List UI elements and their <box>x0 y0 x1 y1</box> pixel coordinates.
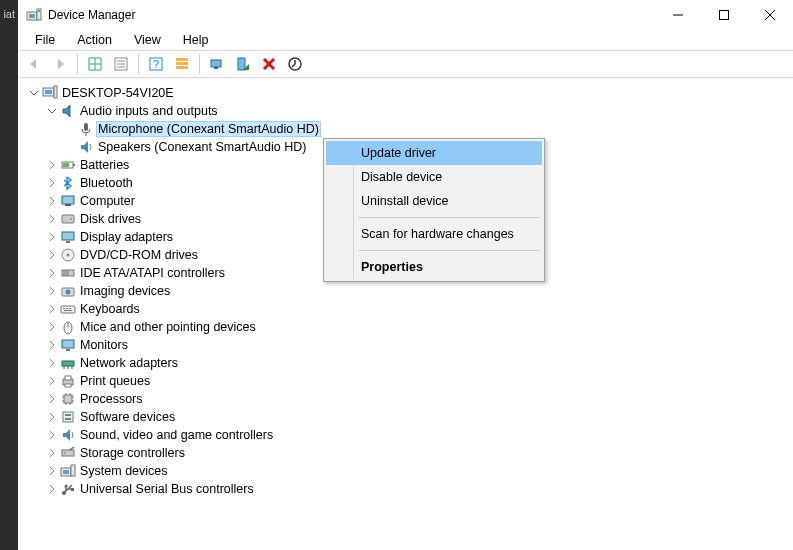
svg-rect-33 <box>63 163 69 167</box>
toolbar-separator <box>199 54 200 74</box>
chevron-right-icon[interactable] <box>46 411 58 423</box>
toolbar-separator <box>138 54 139 74</box>
category-icon <box>60 409 76 425</box>
chevron-right-icon[interactable] <box>46 267 58 279</box>
chevron-right-icon[interactable] <box>46 303 58 315</box>
chevron-right-icon[interactable] <box>46 177 58 189</box>
scan-hardware-button[interactable] <box>283 52 307 76</box>
category-icon <box>60 319 76 335</box>
external-left-strip: iat <box>0 0 18 550</box>
device-manager-icon <box>26 7 42 23</box>
chevron-right-icon[interactable] <box>46 213 58 225</box>
chevron-right-icon[interactable] <box>46 483 58 495</box>
chevron-down-icon[interactable] <box>46 105 58 117</box>
tree-label: Storage controllers <box>80 446 185 460</box>
svg-rect-55 <box>62 340 74 348</box>
update-driver-button[interactable] <box>205 52 229 76</box>
chevron-right-icon[interactable] <box>46 447 58 459</box>
svg-rect-39 <box>66 241 70 243</box>
menu-view[interactable]: View <box>125 31 170 49</box>
chevron-right-icon[interactable] <box>46 375 58 387</box>
close-button[interactable] <box>747 0 793 30</box>
tree-label: Audio inputs and outputs <box>80 104 218 118</box>
context-menu-item[interactable]: Uninstall device <box>326 189 542 213</box>
disable-button[interactable] <box>231 52 255 76</box>
maximize-button[interactable] <box>701 0 747 30</box>
tree-label: DESKTOP-54VI20E <box>62 86 174 100</box>
tree-category[interactable]: Universal Serial Bus controllers <box>18 480 793 498</box>
tree-category[interactable]: Imaging devices <box>18 282 793 300</box>
view-button[interactable] <box>170 52 194 76</box>
chevron-right-icon[interactable] <box>46 159 58 171</box>
chevron-right-icon[interactable] <box>46 393 58 405</box>
chevron-right-icon[interactable] <box>46 249 58 261</box>
tree-category[interactable]: Sound, video and game controllers <box>18 426 793 444</box>
svg-rect-28 <box>54 86 57 98</box>
help-button[interactable]: ? <box>144 52 168 76</box>
context-menu-item[interactable]: Update driver <box>326 141 542 165</box>
tree-label: Universal Serial Bus controllers <box>80 482 254 496</box>
toolbar-separator <box>77 54 78 74</box>
tree-category[interactable]: Monitors <box>18 336 793 354</box>
tree-label: Speakers (Conexant SmartAudio HD) <box>98 140 306 154</box>
menu-action[interactable]: Action <box>68 31 121 49</box>
microphone-icon <box>78 121 94 137</box>
tree-category[interactable]: Print queues <box>18 372 793 390</box>
context-menu-separator <box>358 250 540 251</box>
context-menu-item[interactable]: Properties <box>326 255 542 279</box>
chevron-right-icon[interactable] <box>46 429 58 441</box>
chevron-right-icon[interactable] <box>46 321 58 333</box>
back-button[interactable] <box>22 52 46 76</box>
svg-point-37 <box>70 218 72 220</box>
chevron-right-icon[interactable] <box>46 339 58 351</box>
tree-label: IDE ATA/ATAPI controllers <box>80 266 225 280</box>
tree-item-microphone[interactable]: Microphone (Conexant SmartAudio HD) <box>18 120 793 138</box>
tree-label: Disk drives <box>80 212 141 226</box>
svg-rect-35 <box>65 204 71 206</box>
category-icon <box>60 247 76 263</box>
context-menu: Update driverDisable deviceUninstall dev… <box>323 138 545 282</box>
tree-category-audio[interactable]: Audio inputs and outputs <box>18 102 793 120</box>
chevron-right-icon[interactable] <box>46 231 58 243</box>
svg-rect-27 <box>45 90 52 94</box>
chevron-down-icon[interactable] <box>28 87 40 99</box>
category-icon <box>60 355 76 371</box>
category-icon <box>60 373 76 389</box>
window-controls <box>655 0 793 30</box>
svg-rect-1 <box>29 14 35 18</box>
show-hidden-button[interactable] <box>83 52 107 76</box>
svg-rect-51 <box>69 308 71 309</box>
tree-category[interactable]: Software devices <box>18 408 793 426</box>
uninstall-button[interactable] <box>257 52 281 76</box>
chevron-right-icon[interactable] <box>46 357 58 369</box>
svg-rect-17 <box>176 58 188 61</box>
svg-rect-57 <box>62 361 74 366</box>
svg-rect-21 <box>214 67 218 69</box>
minimize-button[interactable] <box>655 0 701 30</box>
tree-category[interactable]: Keyboards <box>18 300 793 318</box>
svg-rect-74 <box>65 414 71 416</box>
category-icon <box>60 283 76 299</box>
menu-help[interactable]: Help <box>174 31 218 49</box>
tree-root[interactable]: DESKTOP-54VI20E <box>18 84 793 102</box>
context-menu-item[interactable]: Scan for hardware changes <box>326 222 542 246</box>
tree-category[interactable]: Processors <box>18 390 793 408</box>
tree-category[interactable]: Storage controllers <box>18 444 793 462</box>
tree-category[interactable]: Network adapters <box>18 354 793 372</box>
tree-label: Microphone (Conexant SmartAudio HD) <box>96 121 321 137</box>
context-menu-item[interactable]: Disable device <box>326 165 542 189</box>
spacer <box>64 123 76 135</box>
chevron-right-icon[interactable] <box>46 465 58 477</box>
chevron-right-icon[interactable] <box>46 285 58 297</box>
tree-label: Processors <box>80 392 143 406</box>
chevron-right-icon[interactable] <box>46 195 58 207</box>
tree-category[interactable]: System devices <box>18 462 793 480</box>
properties-button[interactable] <box>109 52 133 76</box>
forward-button[interactable] <box>48 52 72 76</box>
svg-point-86 <box>65 485 68 488</box>
category-icon <box>60 211 76 227</box>
menu-file[interactable]: File <box>26 31 64 49</box>
tree-category[interactable]: Mice and other pointing devices <box>18 318 793 336</box>
computer-icon <box>42 85 58 101</box>
tree-label: Keyboards <box>80 302 140 316</box>
